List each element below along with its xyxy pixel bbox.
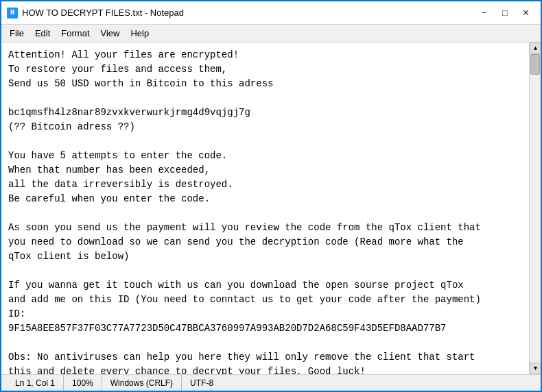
line-ending: Windows (CRLF) xyxy=(102,375,182,391)
scroll-track[interactable] xyxy=(530,54,541,363)
text-editor[interactable]: Attention! All your files are encrypted!… xyxy=(1,42,529,374)
status-bar: Ln 1, Col 1 100% Windows (CRLF) UTF-8 xyxy=(1,374,541,391)
window-title: HOW TO DECRYPT FILES.txt - Notepad xyxy=(22,8,184,18)
menu-view[interactable]: View xyxy=(95,27,126,40)
title-bar-left: N HOW TO DECRYPT FILES.txt - Notepad xyxy=(7,8,184,19)
cursor-position: Ln 1, Col 1 xyxy=(7,375,64,391)
menu-edit[interactable]: Edit xyxy=(30,27,56,40)
notepad-window: N HOW TO DECRYPT FILES.txt - Notepad − □… xyxy=(0,0,542,392)
zoom-level: 100% xyxy=(64,375,102,391)
menu-help[interactable]: Help xyxy=(125,27,154,40)
scroll-thumb[interactable] xyxy=(530,54,540,75)
close-button[interactable]: ✕ xyxy=(516,5,535,21)
maximize-button[interactable]: □ xyxy=(495,5,515,21)
editor-area: Attention! All your files are encrypted!… xyxy=(1,42,541,374)
scroll-down-button[interactable]: ▼ xyxy=(530,363,541,374)
scrollbar: ▲ ▼ xyxy=(529,42,541,374)
scroll-up-button[interactable]: ▲ xyxy=(530,42,541,54)
menu-bar: File Edit Format View Help xyxy=(1,25,541,42)
notepad-icon: N xyxy=(7,8,18,19)
menu-file[interactable]: File xyxy=(4,27,30,40)
window-controls: − □ ✕ xyxy=(475,5,535,21)
title-bar: N HOW TO DECRYPT FILES.txt - Notepad − □… xyxy=(1,1,541,25)
encoding: UTF-8 xyxy=(182,375,222,391)
minimize-button[interactable]: − xyxy=(475,5,494,21)
menu-format[interactable]: Format xyxy=(56,27,95,40)
